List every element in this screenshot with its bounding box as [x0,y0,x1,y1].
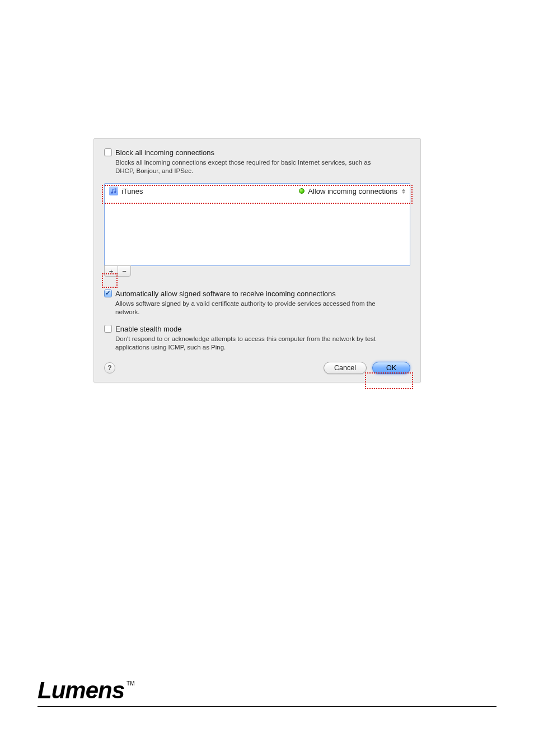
remove-app-button[interactable]: − [118,265,131,277]
app-list-row[interactable]: iTunes Allow incoming connections [105,184,410,198]
popup-arrows-icon[interactable] [402,189,405,194]
option-auto-allow: Automatically allow signed software to r… [104,289,410,316]
itunes-icon [109,186,118,195]
option-block-all: Block all incoming connections Blocks al… [104,148,410,175]
app-status: Allow incoming connections [308,187,397,195]
add-remove-group: + − [104,265,410,277]
auto-allow-title: Automatically allow signed software to r… [115,289,384,298]
annotation-ok-button [365,372,413,389]
brand-logo-tm: TM [127,680,134,687]
ok-button[interactable]: OK [372,362,410,374]
app-name: iTunes [121,187,143,195]
dialog-footer: ? Cancel OK [104,362,410,374]
auto-allow-desc: Allows software signed by a valid certif… [115,300,384,316]
brand-logo: Lumens TM [38,679,134,702]
stealth-desc: Don't respond to or acknowledge attempts… [115,335,384,352]
checkbox-block-all[interactable] [104,148,112,156]
firewall-advanced-dialog: Block all incoming connections Blocks al… [93,138,421,382]
option-stealth: Enable stealth mode Don't respond to or … [104,324,410,352]
help-button[interactable]: ? [104,362,115,374]
cancel-button[interactable]: Cancel [324,362,367,374]
checkbox-auto-allow[interactable] [104,290,112,297]
stealth-title: Enable stealth mode [115,324,384,334]
add-app-button[interactable]: + [104,265,118,277]
brand-logo-text: Lumens [38,679,124,702]
status-dot-icon [299,188,305,194]
block-all-desc: Blocks all incoming connections except t… [115,158,384,175]
block-all-title: Block all incoming connections [115,148,384,157]
footer-rule [38,706,496,707]
checkbox-stealth[interactable] [104,325,112,333]
app-list[interactable]: iTunes Allow incoming connections [104,183,410,266]
